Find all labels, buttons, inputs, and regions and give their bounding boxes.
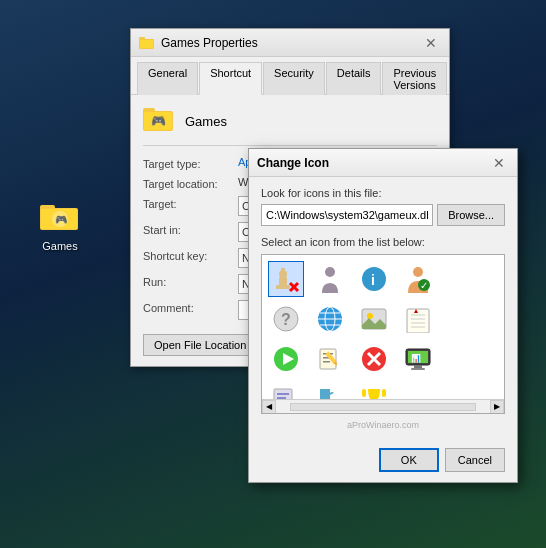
icon-cell-user2[interactable]: ✓ xyxy=(400,261,436,297)
desktop-icon-label: Games xyxy=(42,240,77,252)
icon-cell-silhouette[interactable] xyxy=(312,261,348,297)
icon-cell-globe[interactable] xyxy=(312,301,348,337)
open-file-location-button[interactable]: Open File Location xyxy=(143,334,257,356)
select-icon-label: Select an icon from the list below: xyxy=(261,236,505,248)
svg-rect-61 xyxy=(382,389,386,397)
svg-text:🎮: 🎮 xyxy=(151,113,166,128)
svg-rect-56 xyxy=(277,393,289,395)
icon-grid-scrollbar: ◀ ▶ xyxy=(262,399,504,413)
svg-rect-52 xyxy=(414,365,422,368)
svg-rect-34 xyxy=(407,309,429,333)
change-icon-close-button[interactable]: ✕ xyxy=(489,153,509,173)
titlebar-left: Games Properties xyxy=(139,35,258,51)
svg-rect-7 xyxy=(140,40,153,48)
svg-rect-60 xyxy=(362,389,366,397)
tab-shortcut[interactable]: Shortcut xyxy=(199,62,262,95)
tab-general[interactable]: General xyxy=(137,62,198,95)
scroll-left-button[interactable]: ◀ xyxy=(262,400,276,414)
change-icon-titlebar: Change Icon ✕ xyxy=(249,149,517,177)
icon-cell-red-x[interactable] xyxy=(356,341,392,377)
icon-cell-play[interactable] xyxy=(268,341,304,377)
svg-rect-53 xyxy=(411,368,425,370)
svg-point-14 xyxy=(279,270,287,278)
window-title: Games Properties xyxy=(161,36,258,50)
target-type-label: Target type: xyxy=(143,156,238,170)
svg-text:📊: 📊 xyxy=(411,353,421,363)
svg-rect-13 xyxy=(279,277,287,285)
change-icon-dialog: Change Icon ✕ Look for icons in this fil… xyxy=(248,148,518,483)
icon-cell-monitor[interactable]: 📊 xyxy=(400,341,436,377)
tab-details[interactable]: Details xyxy=(326,62,382,95)
svg-text:?: ? xyxy=(281,311,291,328)
app-icon: 🎮 xyxy=(143,105,175,137)
cancel-button[interactable]: Cancel xyxy=(445,448,505,472)
svg-text:✓: ✓ xyxy=(420,280,428,291)
title-icon xyxy=(139,35,155,51)
svg-text:🎮: 🎮 xyxy=(55,213,68,226)
tab-security[interactable]: Security xyxy=(263,62,325,95)
svg-point-22 xyxy=(413,267,423,277)
icon-cell-info[interactable]: i xyxy=(356,261,392,297)
browse-button[interactable]: Browse... xyxy=(437,204,505,226)
change-icon-title: Change Icon xyxy=(257,156,329,170)
svg-rect-12 xyxy=(276,285,290,289)
file-row: Browse... xyxy=(261,204,505,226)
svg-point-19 xyxy=(325,267,335,277)
tab-bar: General Shortcut Security Details Previo… xyxy=(131,57,449,95)
scrollbar-track[interactable] xyxy=(290,403,476,411)
icon-grid: i ✓ ? xyxy=(262,255,504,414)
ok-button[interactable]: OK xyxy=(379,448,439,472)
target-location-label: Target location: xyxy=(143,176,238,190)
dialog-buttons: OK Cancel xyxy=(249,442,517,482)
games-properties-titlebar: Games Properties ✕ xyxy=(131,29,449,57)
comment-label: Comment: xyxy=(143,300,238,314)
icon-cell-score[interactable] xyxy=(400,301,436,337)
desktop-games-icon[interactable]: 🎮 Games xyxy=(28,200,92,252)
app-name: Games xyxy=(185,114,227,129)
watermark: aProWinaero.com xyxy=(261,420,505,430)
icon-cell-photo[interactable] xyxy=(356,301,392,337)
start-in-label: Start in: xyxy=(143,222,238,236)
app-header: 🎮 Games xyxy=(143,105,437,146)
icon-cell-question[interactable]: ? xyxy=(268,301,304,337)
file-path-input[interactable] xyxy=(261,204,433,226)
tab-previous-versions[interactable]: Previous Versions xyxy=(382,62,447,95)
shortcut-key-label: Shortcut key: xyxy=(143,248,238,262)
run-label: Run: xyxy=(143,274,238,288)
svg-text:i: i xyxy=(371,272,375,288)
dialog-content: Look for icons in this file: Browse... S… xyxy=(249,177,517,442)
scroll-right-button[interactable]: ▶ xyxy=(490,400,504,414)
icon-cell-pencil[interactable] xyxy=(312,341,348,377)
look-for-label: Look for icons in this file: xyxy=(261,187,505,199)
folder-icon: 🎮 xyxy=(40,200,80,236)
svg-point-33 xyxy=(367,313,373,319)
icon-grid-container: i ✓ ? xyxy=(261,254,505,414)
target-label: Target: xyxy=(143,196,238,210)
svg-rect-44 xyxy=(323,361,330,363)
icon-cell-chess[interactable] xyxy=(268,261,304,297)
games-properties-close-button[interactable]: ✕ xyxy=(421,33,441,53)
